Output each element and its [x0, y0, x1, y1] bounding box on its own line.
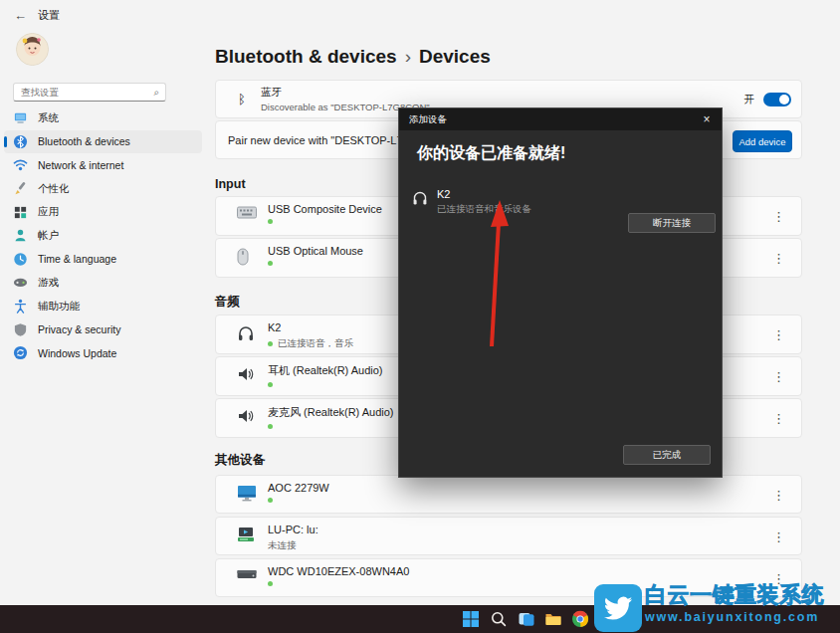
connected-dot [268, 581, 273, 586]
sidebar-item-label: Bluetooth & devices [38, 135, 130, 147]
device-row-lu-pc[interactable]: LU-PC: lu: 未连接 ⋮ [215, 517, 802, 555]
sidebar-item-label: 帐户 [38, 229, 59, 243]
sidebar-item-label: 辅助功能 [38, 300, 80, 314]
back-icon[interactable]: ← [14, 8, 27, 23]
settings-window: ← 设置 ⌕ 系统 Bluetooth & devices Network & … [0, 0, 840, 633]
sidebar-item-label: 个性化 [38, 182, 70, 196]
sidebar-item-time-language[interactable]: Time & language [4, 248, 202, 272]
sidebar-item-label: 系统 [38, 111, 59, 125]
start-button[interactable] [462, 610, 480, 628]
dialog-title: 添加设备 [409, 113, 447, 126]
watermark-url: www.baiyunxitong.com [645, 610, 824, 624]
twitter-bird-icon [594, 584, 642, 632]
brush-icon [13, 181, 28, 196]
sidebar-item-gaming[interactable]: 游戏 [4, 271, 202, 295]
speaker-icon [237, 366, 259, 382]
system-icon [13, 110, 28, 125]
bluetooth-glyph-icon: ᛒ [238, 92, 261, 106]
sidebar-item-windows-update[interactable]: Windows Update [4, 341, 202, 365]
device-name: LU-PC: lu: [268, 524, 318, 535]
device-row-aoc-monitor[interactable]: AOC 2279W ⋮ [215, 475, 802, 514]
keyboard-icon [237, 206, 259, 220]
device-name: USB Optical Mouse [268, 245, 363, 257]
sidebar-item-label: 游戏 [38, 276, 59, 290]
page-title: Devices [419, 46, 491, 67]
more-options-icon[interactable]: ⋮ [772, 528, 785, 543]
section-title-other-devices: 其他设备 [215, 452, 265, 469]
section-title-audio: 音频 [215, 294, 240, 311]
wifi-icon [13, 157, 28, 172]
mouse-icon [237, 248, 259, 266]
shield-icon [13, 322, 28, 337]
gamepad-icon [13, 275, 28, 290]
more-options-icon[interactable]: ⋮ [772, 209, 785, 224]
more-options-icon[interactable]: ⋮ [772, 251, 785, 266]
device-status: 已连接语音，音乐 [278, 337, 353, 350]
window-title: 设置 [38, 8, 60, 23]
breadcrumb: Bluetooth & devices›Devices [215, 46, 491, 68]
dialog-device-row: K2 已连接语音和音乐设备 [411, 188, 531, 216]
task-view-button[interactable] [518, 610, 535, 628]
dialog-device-name: K2 [437, 188, 531, 200]
sidebar-item-label: Network & internet [38, 159, 123, 171]
search-box: ⌕ [13, 83, 166, 102]
sidebar-item-label: Windows Update [38, 347, 116, 359]
search-input[interactable] [14, 87, 153, 98]
sidebar-item-privacy-security[interactable]: Privacy & security [4, 317, 202, 341]
monitor-icon [237, 485, 259, 502]
bluetooth-icon [13, 134, 28, 149]
clock-icon [13, 252, 28, 267]
apps-grid-icon [13, 205, 28, 220]
section-title-input: Input [215, 177, 246, 191]
watermark-title: 白云一键重装系统 [645, 581, 824, 609]
connected-dot [268, 382, 273, 387]
dialog-titlebar: 添加设备 × [399, 108, 722, 130]
connected-dot [268, 341, 273, 346]
person-icon [13, 228, 28, 243]
watermark: 白云一键重装系统 www.baiyunxitong.com [594, 581, 840, 633]
headphones-icon [411, 189, 429, 216]
sidebar-item-system[interactable]: 系统 [4, 106, 202, 130]
sidebar-item-apps[interactable]: 应用 [4, 200, 202, 224]
disconnect-button[interactable]: 断开连接 [628, 213, 716, 233]
more-options-icon[interactable]: ⋮ [772, 487, 785, 502]
add-device-button[interactable]: Add device [733, 130, 792, 152]
device-name: K2 [268, 321, 353, 333]
done-button[interactable]: 已完成 [623, 445, 711, 465]
taskbar-search-button[interactable] [490, 610, 508, 628]
search-icon: ⌕ [153, 87, 165, 99]
more-options-icon[interactable]: ⋮ [772, 369, 785, 384]
connected-dot [268, 424, 273, 429]
add-device-dialog: 添加设备 × 你的设备已准备就绪! K2 已连接语音和音乐设备 断开连接 已完成 [398, 107, 723, 478]
breadcrumb-separator: › [405, 46, 411, 67]
sidebar-item-personalization[interactable]: 个性化 [4, 177, 202, 201]
chrome-browser-button[interactable] [571, 610, 589, 628]
sidebar-item-accessibility[interactable]: 辅助功能 [4, 295, 202, 318]
sidebar-item-label: 应用 [38, 205, 59, 219]
device-name: USB Composite Device [268, 203, 382, 215]
window-titlebar: ← 设置 [14, 8, 60, 23]
close-icon[interactable]: × [692, 108, 722, 130]
device-name: AOC 2279W [268, 482, 329, 494]
breadcrumb-parent[interactable]: Bluetooth & devices [215, 46, 397, 67]
more-options-icon[interactable]: ⋮ [772, 411, 785, 426]
toggle-state-label: 开 [744, 93, 755, 106]
sidebar-item-bluetooth-devices[interactable]: Bluetooth & devices [4, 130, 202, 154]
headphones-icon [237, 324, 259, 342]
connected-dot [268, 219, 273, 224]
sidebar-item-label: Time & language [38, 253, 116, 265]
device-name: 耳机 (Realtek(R) Audio) [268, 363, 383, 378]
sidebar-item-network-internet[interactable]: Network & internet [4, 153, 202, 177]
user-avatar[interactable] [16, 33, 49, 66]
bluetooth-title: 蓝牙 [261, 86, 430, 100]
more-options-icon[interactable]: ⋮ [772, 327, 785, 342]
connected-dot [268, 498, 273, 503]
speaker-icon [237, 408, 259, 424]
update-icon [13, 345, 28, 360]
device-name: 麦克风 (Realtek(R) Audio) [268, 405, 394, 420]
file-explorer-button[interactable] [544, 610, 562, 628]
device-name: WDC WD10EZEX-08WN4A0 [268, 565, 409, 577]
sidebar-item-accounts[interactable]: 帐户 [4, 224, 202, 248]
remote-pc-icon [237, 527, 259, 542]
bluetooth-toggle[interactable] [763, 93, 791, 106]
